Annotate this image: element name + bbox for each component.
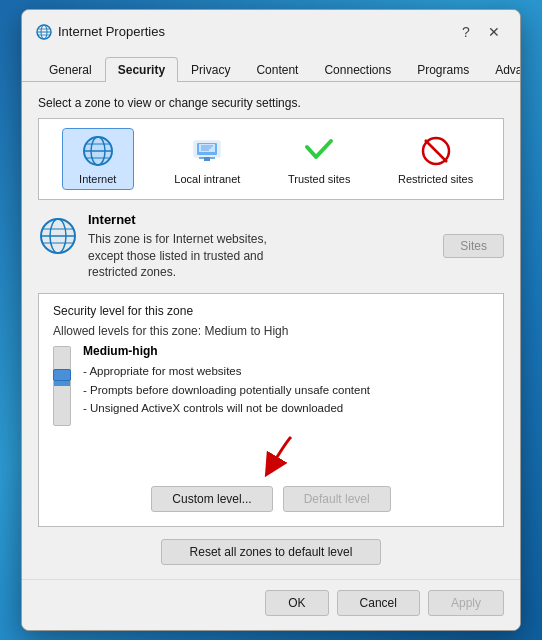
- trusted-sites-zone-icon: [301, 133, 337, 169]
- zone-item-trusted-sites[interactable]: Trusted sites: [282, 129, 357, 189]
- security-bullet-3: - Unsigned ActiveX controls will not be …: [83, 399, 489, 417]
- zone-info-icon: [38, 216, 78, 256]
- cancel-button[interactable]: Cancel: [337, 590, 420, 616]
- default-level-button: Default level: [283, 486, 391, 512]
- security-group-title: Security level for this zone: [53, 304, 489, 318]
- custom-level-button[interactable]: Custom level...: [151, 486, 272, 512]
- reset-row: Reset all zones to default level: [38, 539, 504, 565]
- security-tab-content: Select a zone to view or change security…: [22, 82, 520, 579]
- tab-general[interactable]: General: [36, 57, 105, 82]
- dialog-button-bar: OK Cancel Apply: [22, 579, 520, 630]
- tab-security[interactable]: Security: [105, 57, 178, 82]
- zone-info-title: Internet: [88, 212, 433, 227]
- svg-point-26: [41, 219, 75, 253]
- security-slider[interactable]: [53, 344, 71, 426]
- tab-connections[interactable]: Connections: [311, 57, 404, 82]
- zone-info-description: This zone is for Internet websites,excep…: [88, 231, 433, 281]
- trusted-sites-zone-label: Trusted sites: [288, 173, 351, 185]
- reset-all-zones-button[interactable]: Reset all zones to default level: [161, 539, 381, 565]
- zone-item-internet[interactable]: Internet: [63, 129, 133, 189]
- tab-advanced[interactable]: Advanced: [482, 57, 521, 82]
- allowed-levels-label: Allowed levels for this zone: Medium to …: [53, 324, 489, 338]
- tab-bar: General Security Privacy Content Connect…: [22, 48, 520, 82]
- local-intranet-zone-label: Local intranet: [174, 173, 240, 185]
- restricted-sites-zone-label: Restricted sites: [398, 173, 473, 185]
- tab-programs[interactable]: Programs: [404, 57, 482, 82]
- zone-item-local-intranet[interactable]: Local intranet: [168, 129, 246, 189]
- slider-track-visual: [53, 346, 71, 426]
- svg-point-10: [84, 137, 112, 165]
- sites-button[interactable]: Sites: [443, 234, 504, 258]
- security-level-name: Medium-high: [83, 344, 489, 358]
- internet-zone-label: Internet: [79, 173, 116, 185]
- zone-section-label: Select a zone to view or change security…: [38, 96, 504, 110]
- close-button[interactable]: ✕: [482, 20, 506, 44]
- zone-selection-box: Internet Local intranet: [38, 118, 504, 200]
- apply-button[interactable]: Apply: [428, 590, 504, 616]
- svg-rect-15: [204, 157, 210, 161]
- security-bullet-2: - Prompts before downloading potentially…: [83, 381, 489, 399]
- help-button[interactable]: ?: [454, 20, 478, 44]
- security-bullet-1: - Appropriate for most websites: [83, 362, 489, 380]
- security-level-group: Security level for this zone Allowed lev…: [38, 293, 504, 527]
- zone-info-text: Internet This zone is for Internet websi…: [88, 212, 433, 281]
- internet-zone-icon: [80, 133, 116, 169]
- slider-thumb: [53, 369, 71, 381]
- zone-item-restricted-sites[interactable]: Restricted sites: [392, 129, 479, 189]
- zone-info-area: Internet This zone is for Internet websi…: [38, 212, 504, 281]
- tab-content[interactable]: Content: [243, 57, 311, 82]
- local-intranet-zone-icon: [189, 133, 225, 169]
- title-bar-left: Internet Properties: [36, 24, 165, 40]
- arrow-indicator-area: [53, 432, 489, 482]
- window-title: Internet Properties: [58, 24, 165, 39]
- ok-button[interactable]: OK: [265, 590, 328, 616]
- title-bar: Internet Properties ? ✕: [22, 10, 520, 44]
- internet-properties-dialog: Internet Properties ? ✕ General Security…: [21, 9, 521, 631]
- level-buttons-row: Custom level... Default level: [53, 486, 489, 512]
- restricted-sites-zone-icon: [418, 133, 454, 169]
- title-bar-controls: ? ✕: [454, 20, 506, 44]
- arrow-icon: [231, 432, 311, 482]
- slider-area: Medium-high - Appropriate for most websi…: [53, 344, 489, 426]
- tab-privacy[interactable]: Privacy: [178, 57, 243, 82]
- security-description: Medium-high - Appropriate for most websi…: [83, 344, 489, 417]
- window-icon: [36, 24, 52, 40]
